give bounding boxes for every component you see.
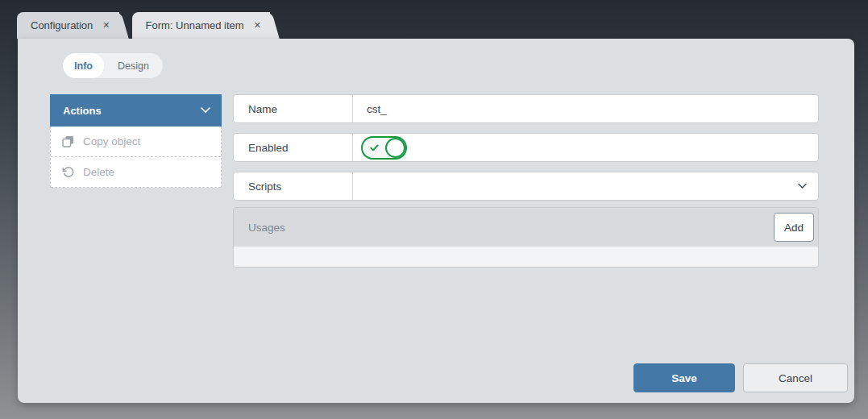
toggle-knob — [385, 138, 405, 158]
form-editor-panel: Info Design Actions Copy object — [18, 39, 854, 403]
undo-icon — [62, 166, 74, 178]
enabled-field-value — [353, 134, 818, 161]
close-icon[interactable]: ✕ — [100, 19, 112, 31]
usages-title: Usages — [248, 222, 285, 234]
copy-icon — [62, 135, 74, 147]
scripts-field-label: Scripts — [234, 172, 353, 200]
tab-info-label: Info — [74, 60, 93, 72]
close-icon[interactable]: ✕ — [251, 19, 264, 31]
usages-section: Usages Add — [233, 207, 819, 268]
info-design-switch: Info Design — [63, 53, 163, 78]
check-icon — [370, 144, 379, 151]
scripts-field-row: Scripts — [233, 172, 819, 201]
form-fields: Name Enabled Scripts — [233, 94, 819, 201]
save-button[interactable]: Save — [633, 363, 735, 392]
tab-form-unnamed-item[interactable]: Form: Unnamed item ✕ — [132, 12, 270, 39]
tab-configuration-label: Configuration — [31, 19, 93, 31]
actions-items: Copy object Delete — [50, 127, 222, 188]
name-input[interactable] — [353, 95, 818, 122]
name-field-value — [353, 95, 818, 122]
enabled-field-label: Enabled — [234, 134, 353, 161]
usages-header: Usages Add — [234, 208, 818, 247]
actions-menu: Actions Copy object — [50, 94, 222, 188]
menu-item-copy-object[interactable]: Copy object — [51, 127, 221, 157]
tab-design-label: Design — [118, 60, 149, 72]
menu-item-label: Delete — [83, 166, 114, 178]
usages-empty-list — [234, 247, 818, 267]
add-usage-button[interactable]: Add — [774, 213, 814, 242]
scripts-select[interactable] — [353, 172, 818, 200]
cancel-button[interactable]: Cancel — [743, 363, 848, 392]
tab-form-label: Form: Unnamed item — [146, 19, 244, 31]
menu-item-label: Copy object — [83, 135, 140, 147]
tab-info[interactable]: Info — [63, 53, 104, 78]
enabled-field-row: Enabled — [233, 133, 819, 162]
app-background: Configuration ✕ Form: Unnamed item ✕ Inf… — [0, 0, 868, 419]
tab-bar: Configuration ✕ Form: Unnamed item ✕ — [17, 12, 270, 39]
tab-design[interactable]: Design — [104, 53, 163, 78]
chevron-down-icon — [798, 184, 807, 189]
chevron-down-icon — [201, 107, 210, 114]
actions-dropdown-button[interactable]: Actions — [50, 94, 222, 127]
name-field-label: Name — [234, 95, 353, 122]
actions-label: Actions — [63, 105, 102, 117]
enabled-toggle[interactable] — [361, 136, 407, 160]
name-field-row: Name — [233, 94, 819, 123]
menu-item-delete[interactable]: Delete — [51, 157, 221, 188]
tab-configuration[interactable]: Configuration ✕ — [17, 12, 119, 39]
